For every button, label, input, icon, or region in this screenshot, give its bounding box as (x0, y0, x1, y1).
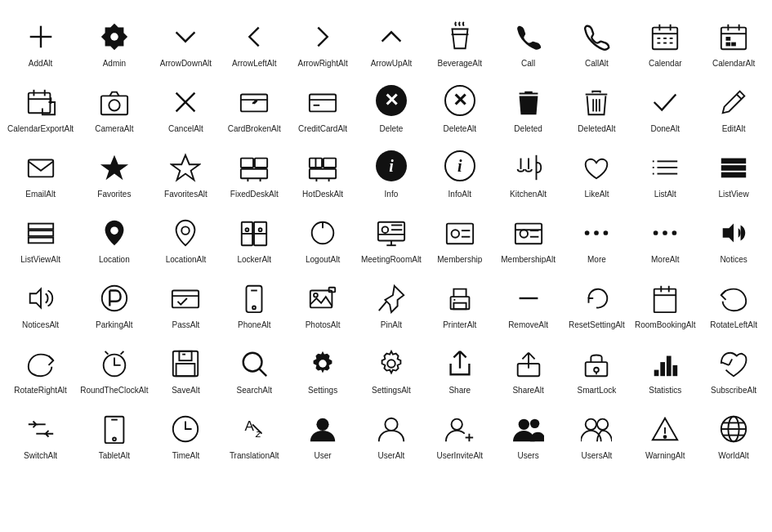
icon-cell-settings: Settings (288, 335, 357, 400)
arrowdownalt-label: ArrowDownAlt (160, 59, 212, 69)
photosalt-label: PhotosAlt (306, 320, 341, 330)
icon-cell-userinvitealt: UserInviteAlt (426, 400, 494, 466)
svg-marker-41 (100, 155, 128, 180)
arrowrightalt-icon (307, 18, 338, 56)
listview-label: ListView (719, 190, 749, 199)
subscribealt-label: SubscribeAlt (711, 386, 756, 396)
notices-icon (718, 214, 749, 252)
favoritesalt-icon (170, 149, 201, 186)
svg-rect-50 (310, 169, 336, 178)
icon-cell-fixeddeskalt: FixedDeskAlt (220, 139, 288, 204)
deleted-label: Deleted (514, 124, 542, 134)
sharealt-label: ShareAlt (512, 386, 543, 396)
svg-line-125 (260, 369, 267, 377)
resetsettingalt-icon (581, 279, 612, 317)
favoritesalt-label: FavoritesAlt (164, 190, 208, 199)
icon-cell-searchalt: SearchAlt (220, 335, 288, 400)
membershipalt-icon (513, 214, 544, 252)
icon-cell-warningalt: WarningAlt (631, 400, 699, 466)
logoutalt-icon (307, 214, 338, 252)
icon-cell-share: Share (426, 335, 494, 400)
calendaralt-icon (718, 18, 749, 56)
svg-marker-42 (172, 155, 199, 180)
svg-rect-65 (721, 172, 746, 178)
subscribealt-icon (718, 345, 749, 382)
svg-rect-109 (329, 288, 336, 293)
calendarexportalt-icon (25, 83, 56, 121)
likealt-icon (581, 149, 612, 186)
lockeralt-icon (239, 214, 270, 252)
cardbrokenalt-label: CardBrokenAlt (228, 124, 281, 134)
useralt-label: UserAlt (378, 451, 405, 461)
listviewalt-icon (25, 214, 56, 252)
svg-rect-26 (101, 96, 127, 114)
translationalt-label: TranslationAlt (230, 451, 279, 461)
icon-cell-settingsalt: SettingsAlt (357, 335, 426, 400)
icon-cell-usersalt: UsersAlt (563, 400, 631, 466)
svg-point-157 (664, 436, 667, 438)
icon-cell-sharealt: ShareAlt (494, 335, 563, 400)
donealt-label: DoneAlt (650, 124, 680, 134)
warningalt-icon (649, 410, 681, 448)
svg-rect-20 (731, 42, 736, 47)
infoalt-label: InfoAlt (448, 190, 471, 199)
arrowdownalt-icon (170, 18, 201, 56)
roombookingalt-icon (649, 279, 681, 317)
icon-cell-listview: ListView (699, 139, 768, 204)
fixeddeskalt-icon (239, 149, 270, 186)
icon-cell-cameraalt: CameraAlt (77, 74, 151, 139)
delete-icon: ✕ (376, 83, 407, 121)
svg-rect-132 (654, 370, 659, 377)
icon-cell-rotaterightalt: RotateRightAlt (4, 335, 77, 400)
svg-point-81 (382, 226, 389, 233)
user-label: User (315, 451, 332, 461)
info-icon: i (376, 149, 407, 186)
smartlock-label: SmartLock (578, 386, 617, 396)
deletedalt-label: DeletedAlt (578, 124, 615, 134)
icon-cell-tabletalt: TabletAlt (77, 400, 151, 466)
icon-cell-favoritesalt: FavoritesAlt (152, 139, 221, 204)
svg-rect-63 (721, 159, 746, 164)
svg-point-106 (252, 306, 256, 310)
icon-cell-user: User (288, 400, 357, 466)
calendaralt-label: CalendarAlt (712, 59, 755, 69)
translationalt-icon: Az (239, 410, 270, 448)
arrowupalt-icon (376, 18, 407, 56)
info-label: Info (385, 190, 399, 199)
favorites-label: Favorites (97, 190, 131, 199)
arrowrightalt-label: ArrowRightAlt (298, 59, 348, 69)
hotdeskalt-icon (307, 149, 338, 186)
svg-line-39 (737, 95, 742, 100)
searchalt-icon (239, 345, 270, 382)
cameraalt-label: CameraAlt (95, 124, 133, 134)
infoalt-icon: i (444, 149, 475, 186)
svg-point-27 (109, 100, 119, 110)
icon-cell-deletealt: ✕ DeleteAlt (426, 74, 494, 139)
icon-cell-morealt: MoreAlt (631, 204, 699, 270)
icon-cell-membershipalt: MembershipAlt (494, 204, 563, 270)
svg-point-2 (110, 33, 118, 41)
switchalt-label: SwitchAlt (24, 451, 57, 461)
icon-cell-likealt: LikeAlt (563, 139, 631, 204)
icon-cell-donealt: DoneAlt (631, 74, 699, 139)
rotaterightalt-label: RotateRightAlt (14, 386, 66, 396)
resetsettingalt-label: ResetSettingAlt (569, 320, 625, 330)
settings-label: Settings (308, 386, 337, 396)
kitchenalt-label: KitchenAlt (510, 190, 547, 199)
icon-grid: AddAlt Admin ArrowDownAlt ArrowLeftAlt A… (0, 0, 772, 474)
icon-cell-statistics: Statistics (631, 335, 699, 400)
icon-cell-printeralt: PrinterAlt (426, 270, 494, 335)
icon-cell-beveragealt: BeverageAlt (426, 8, 494, 74)
icon-cell-arrowdownalt: ArrowDownAlt (152, 8, 221, 74)
noticesalt-label: NoticesAlt (22, 320, 59, 330)
sharealt-icon (513, 345, 544, 382)
membership-label: Membership (437, 255, 482, 265)
editalt-icon (718, 83, 749, 121)
searchalt-label: SearchAlt (237, 386, 272, 396)
calendar-label: Calendar (649, 59, 682, 69)
usersalt-label: UsersAlt (582, 451, 613, 461)
icon-cell-resetsettingalt: ResetSettingAlt (563, 270, 631, 335)
removealt-icon (513, 279, 544, 317)
warningalt-label: WarningAlt (645, 451, 685, 461)
switchalt-icon (25, 410, 56, 448)
